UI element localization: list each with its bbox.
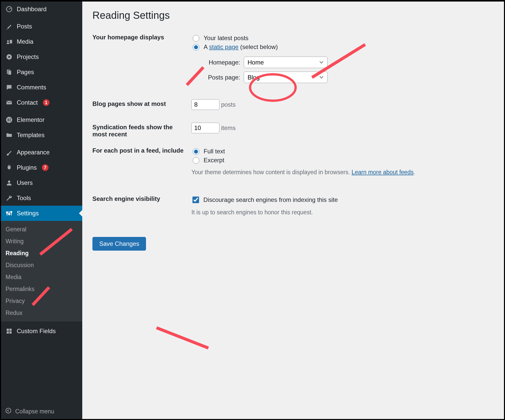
submenu-general[interactable]: General bbox=[1, 223, 82, 235]
pin-icon bbox=[5, 22, 13, 30]
radio-latest-posts[interactable] bbox=[193, 35, 199, 42]
field-label-feed-include: For each post in a feed, include bbox=[92, 143, 189, 192]
sidebar-item-label: Appearance bbox=[17, 149, 50, 156]
save-button[interactable]: Save Changes bbox=[92, 237, 146, 251]
search-visibility-label: Discourage search engines from indexing … bbox=[203, 196, 338, 203]
comments-icon bbox=[5, 83, 13, 91]
learn-feeds-link[interactable]: Learn more about feeds bbox=[352, 169, 414, 175]
sidebar-item-media[interactable]: Media bbox=[1, 34, 82, 49]
svg-point-12 bbox=[8, 181, 10, 183]
sliders-icon bbox=[5, 209, 13, 217]
sidebar-item-projects[interactable]: Projects bbox=[1, 49, 82, 64]
svg-rect-13 bbox=[7, 212, 8, 213]
wrench-icon bbox=[5, 194, 13, 202]
dashboard-icon bbox=[5, 5, 13, 13]
radio-excerpt-label: Excerpt bbox=[204, 157, 224, 164]
radio-full-label: Full text bbox=[204, 148, 225, 155]
settings-content: Reading Settings Your homepage displays … bbox=[82, 2, 504, 419]
sidebar-item-label: Templates bbox=[17, 132, 44, 139]
text: A bbox=[204, 43, 209, 50]
sidebar-item-users[interactable]: Users bbox=[1, 175, 82, 190]
sidebar-item-posts[interactable]: Posts bbox=[1, 19, 82, 34]
search-visibility-checkbox[interactable] bbox=[192, 197, 199, 203]
text: . bbox=[414, 169, 415, 175]
search-visibility-desc: It is up to search engines to honor this… bbox=[191, 209, 491, 216]
submenu-privacy[interactable]: Privacy bbox=[1, 295, 82, 307]
sidebar-item-settings[interactable]: Settings bbox=[1, 206, 82, 221]
projects-icon bbox=[5, 53, 13, 61]
svg-rect-6 bbox=[7, 101, 12, 104]
media-icon bbox=[5, 38, 13, 46]
svg-point-3 bbox=[8, 56, 10, 58]
sidebar-item-dashboard[interactable]: Dashboard bbox=[1, 2, 82, 17]
folder-icon bbox=[5, 131, 13, 139]
brush-icon bbox=[5, 148, 13, 156]
sidebar-item-plugins[interactable]: Plugins 7 bbox=[1, 160, 82, 175]
sidebar-item-pages[interactable]: Pages bbox=[1, 64, 82, 80]
sidebar-item-label: Settings bbox=[17, 210, 39, 217]
sidebar-item-label: Plugins bbox=[17, 164, 37, 171]
field-label-blog-pages: Blog pages show at most bbox=[92, 97, 189, 120]
svg-rect-14 bbox=[9, 214, 10, 215]
svg-rect-9 bbox=[9, 119, 11, 119]
sidebar-item-label: Projects bbox=[17, 53, 39, 60]
collapse-menu[interactable]: Collapse menu bbox=[1, 404, 82, 419]
collapse-label: Collapse menu bbox=[15, 408, 54, 415]
sidebar-item-label: Custom Fields bbox=[17, 328, 56, 335]
sidebar-item-label: Dashboard bbox=[17, 6, 46, 13]
svg-rect-5 bbox=[8, 71, 11, 75]
radio-excerpt[interactable] bbox=[193, 157, 199, 164]
submenu-media[interactable]: Media bbox=[1, 271, 82, 283]
sidebar-item-elementor[interactable]: Elementor bbox=[1, 112, 82, 127]
field-label-homepage-displays: Your homepage displays bbox=[92, 30, 189, 97]
svg-rect-10 bbox=[9, 120, 11, 120]
syndication-input[interactable] bbox=[191, 123, 219, 133]
svg-rect-18 bbox=[7, 331, 9, 334]
svg-point-20 bbox=[6, 408, 11, 413]
blog-pages-input[interactable] bbox=[191, 99, 219, 110]
field-label-syndication: Syndication feeds show the most recent bbox=[92, 120, 189, 143]
sidebar-item-label: Contact bbox=[17, 99, 38, 106]
svg-rect-17 bbox=[9, 329, 12, 331]
radio-static-label: A static page (select below) bbox=[204, 43, 278, 51]
users-icon bbox=[5, 179, 13, 187]
field-label-search-visibility: Search engine visibility bbox=[92, 192, 189, 232]
radio-static-page[interactable] bbox=[193, 44, 199, 51]
svg-rect-16 bbox=[7, 329, 9, 331]
sidebar-item-tools[interactable]: Tools bbox=[1, 190, 82, 206]
text: Your theme determines how content is dis… bbox=[191, 169, 352, 175]
envelope-icon bbox=[5, 99, 13, 107]
blog-pages-suffix: posts bbox=[221, 101, 236, 108]
submenu-redux[interactable]: Redux bbox=[1, 307, 82, 319]
sidebar-item-appearance[interactable]: Appearance bbox=[1, 145, 82, 160]
sidebar-item-contact[interactable]: Contact 1 bbox=[1, 95, 82, 110]
postspage-select[interactable]: Blog bbox=[244, 72, 328, 83]
static-page-link[interactable]: static page bbox=[209, 43, 238, 50]
submenu-permalinks[interactable]: Permalinks bbox=[1, 283, 82, 295]
app-frame: Dashboard Posts Media Projects Pag bbox=[0, 0, 505, 420]
submenu-discussion[interactable]: Discussion bbox=[1, 259, 82, 271]
admin-sidebar: Dashboard Posts Media Projects Pag bbox=[1, 2, 82, 419]
sidebar-item-label: Media bbox=[17, 38, 33, 45]
elementor-icon bbox=[5, 116, 13, 124]
radio-full-text[interactable] bbox=[193, 148, 199, 155]
text: (select below) bbox=[238, 43, 278, 50]
homepage-select-label: Homepage: bbox=[200, 59, 240, 66]
submenu-writing[interactable]: Writing bbox=[1, 235, 82, 247]
plug-icon bbox=[5, 164, 13, 172]
page-title: Reading Settings bbox=[92, 10, 494, 21]
sidebar-item-label: Pages bbox=[17, 69, 34, 76]
grid-icon bbox=[5, 327, 13, 335]
sidebar-item-label: Elementor bbox=[17, 116, 44, 123]
submenu-reading[interactable]: Reading bbox=[1, 247, 82, 259]
pages-icon bbox=[5, 68, 13, 76]
sidebar-item-label: Users bbox=[17, 179, 33, 186]
sidebar-item-templates[interactable]: Templates bbox=[1, 127, 82, 143]
sidebar-item-label: Tools bbox=[17, 195, 31, 202]
svg-point-7 bbox=[6, 117, 12, 123]
svg-point-1 bbox=[7, 40, 9, 42]
sidebar-item-comments[interactable]: Comments bbox=[1, 80, 82, 95]
syndication-suffix: items bbox=[221, 124, 236, 131]
homepage-select[interactable]: Home bbox=[244, 57, 328, 68]
sidebar-item-customfields[interactable]: Custom Fields bbox=[1, 324, 82, 339]
